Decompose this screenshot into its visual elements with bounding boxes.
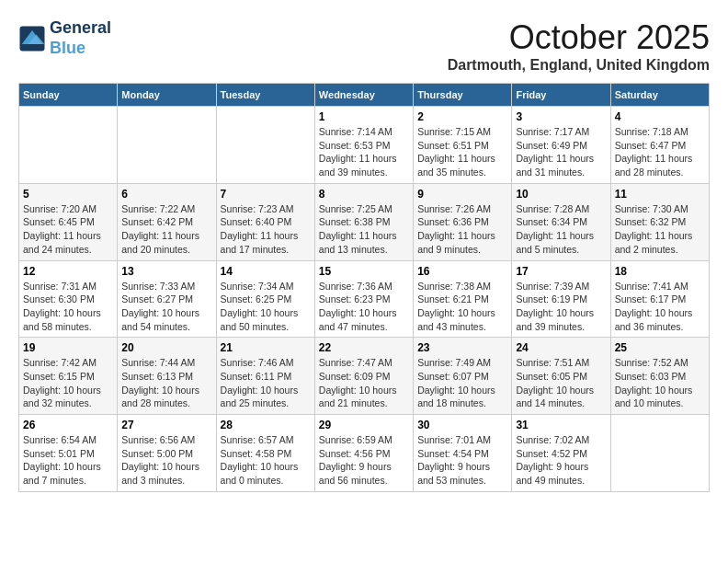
- day-info: Sunrise: 7:01 AM Sunset: 4:54 PM Dayligh…: [417, 433, 507, 488]
- day-number: 2: [417, 110, 507, 123]
- calendar-cell: 7Sunrise: 7:23 AM Sunset: 6:40 PM Daylig…: [216, 183, 314, 260]
- day-info: Sunrise: 7:41 AM Sunset: 6:17 PM Dayligh…: [615, 280, 705, 334]
- calendar-cell: 21Sunrise: 7:46 AM Sunset: 6:11 PM Dayli…: [216, 338, 314, 415]
- day-info: Sunrise: 6:57 AM Sunset: 4:58 PM Dayligh…: [221, 433, 311, 488]
- day-info: Sunrise: 7:42 AM Sunset: 6:15 PM Dayligh…: [23, 356, 113, 410]
- calendar-cell: 1Sunrise: 7:14 AM Sunset: 6:53 PM Daylig…: [314, 107, 413, 184]
- calendar-week-row: 1Sunrise: 7:14 AM Sunset: 6:53 PM Daylig…: [19, 107, 710, 184]
- day-info: Sunrise: 7:46 AM Sunset: 6:11 PM Dayligh…: [221, 356, 311, 410]
- calendar-cell: 8Sunrise: 7:25 AM Sunset: 6:38 PM Daylig…: [314, 183, 413, 260]
- calendar-week-row: 5Sunrise: 7:20 AM Sunset: 6:45 PM Daylig…: [19, 183, 710, 260]
- weekday-header-tuesday: Tuesday: [216, 84, 314, 107]
- day-info: Sunrise: 7:44 AM Sunset: 6:13 PM Dayligh…: [121, 356, 211, 410]
- day-number: 6: [121, 188, 211, 201]
- calendar-cell: 26Sunrise: 6:54 AM Sunset: 5:01 PM Dayli…: [19, 415, 118, 492]
- day-info: Sunrise: 7:28 AM Sunset: 6:34 PM Dayligh…: [516, 202, 606, 257]
- weekday-header-monday: Monday: [118, 84, 216, 107]
- day-info: Sunrise: 7:31 AM Sunset: 6:30 PM Dayligh…: [23, 280, 113, 334]
- day-info: Sunrise: 7:49 AM Sunset: 6:07 PM Dayligh…: [417, 356, 507, 410]
- day-number: 10: [516, 188, 606, 201]
- day-number: 5: [23, 188, 113, 201]
- calendar-cell: 29Sunrise: 6:59 AM Sunset: 4:56 PM Dayli…: [314, 415, 413, 492]
- day-number: 19: [23, 341, 113, 354]
- day-number: 28: [221, 419, 311, 431]
- day-info: Sunrise: 6:56 AM Sunset: 5:00 PM Dayligh…: [121, 433, 211, 488]
- calendar-cell: 5Sunrise: 7:20 AM Sunset: 6:45 PM Daylig…: [19, 183, 118, 260]
- weekday-header-saturday: Saturday: [610, 84, 709, 107]
- day-number: 24: [516, 341, 606, 354]
- calendar-cell: 30Sunrise: 7:01 AM Sunset: 4:54 PM Dayli…: [414, 415, 512, 492]
- day-info: Sunrise: 7:15 AM Sunset: 6:51 PM Dayligh…: [417, 125, 507, 179]
- calendar-week-row: 19Sunrise: 7:42 AM Sunset: 6:15 PM Dayli…: [19, 338, 710, 415]
- logo-line1: General: [50, 18, 111, 39]
- calendar-cell: 12Sunrise: 7:31 AM Sunset: 6:30 PM Dayli…: [19, 260, 118, 338]
- calendar-cell: 17Sunrise: 7:39 AM Sunset: 6:19 PM Dayli…: [512, 260, 610, 338]
- day-number: 13: [121, 265, 211, 278]
- day-number: 18: [615, 265, 705, 278]
- calendar-cell: 19Sunrise: 7:42 AM Sunset: 6:15 PM Dayli…: [19, 338, 118, 415]
- calendar-cell: 22Sunrise: 7:47 AM Sunset: 6:09 PM Dayli…: [314, 338, 413, 415]
- day-number: 21: [221, 341, 311, 354]
- calendar-cell: 31Sunrise: 7:02 AM Sunset: 4:52 PM Dayli…: [512, 415, 610, 492]
- calendar-week-row: 26Sunrise: 6:54 AM Sunset: 5:01 PM Dayli…: [19, 415, 710, 492]
- day-info: Sunrise: 7:33 AM Sunset: 6:27 PM Dayligh…: [121, 280, 211, 334]
- day-info: Sunrise: 6:54 AM Sunset: 5:01 PM Dayligh…: [23, 433, 113, 488]
- day-number: 25: [615, 341, 705, 354]
- calendar-cell: 20Sunrise: 7:44 AM Sunset: 6:13 PM Dayli…: [118, 338, 216, 415]
- day-number: 27: [121, 419, 211, 431]
- calendar-cell: 2Sunrise: 7:15 AM Sunset: 6:51 PM Daylig…: [414, 107, 512, 184]
- day-info: Sunrise: 7:38 AM Sunset: 6:21 PM Dayligh…: [417, 280, 507, 334]
- day-info: Sunrise: 6:59 AM Sunset: 4:56 PM Dayligh…: [319, 433, 409, 488]
- day-info: Sunrise: 7:36 AM Sunset: 6:23 PM Dayligh…: [319, 280, 409, 334]
- logo-line2: Blue: [50, 39, 111, 59]
- calendar-cell: 3Sunrise: 7:17 AM Sunset: 6:49 PM Daylig…: [512, 107, 610, 184]
- day-info: Sunrise: 7:17 AM Sunset: 6:49 PM Dayligh…: [516, 125, 606, 179]
- day-number: 3: [516, 110, 606, 123]
- day-info: Sunrise: 7:51 AM Sunset: 6:05 PM Dayligh…: [516, 356, 606, 410]
- day-number: 20: [121, 341, 211, 354]
- calendar-week-row: 12Sunrise: 7:31 AM Sunset: 6:30 PM Dayli…: [19, 260, 710, 338]
- day-number: 22: [319, 341, 409, 354]
- calendar-cell: 16Sunrise: 7:38 AM Sunset: 6:21 PM Dayli…: [414, 260, 512, 338]
- calendar-cell: [216, 107, 314, 184]
- calendar-cell: 23Sunrise: 7:49 AM Sunset: 6:07 PM Dayli…: [414, 338, 512, 415]
- day-info: Sunrise: 7:23 AM Sunset: 6:40 PM Dayligh…: [221, 202, 311, 257]
- day-info: Sunrise: 7:22 AM Sunset: 6:42 PM Dayligh…: [121, 202, 211, 257]
- calendar-cell: 27Sunrise: 6:56 AM Sunset: 5:00 PM Dayli…: [118, 415, 216, 492]
- weekday-header-thursday: Thursday: [414, 84, 512, 107]
- calendar-cell: 10Sunrise: 7:28 AM Sunset: 6:34 PM Dayli…: [512, 183, 610, 260]
- calendar-cell: 24Sunrise: 7:51 AM Sunset: 6:05 PM Dayli…: [512, 338, 610, 415]
- calendar-cell: 25Sunrise: 7:52 AM Sunset: 6:03 PM Dayli…: [610, 338, 709, 415]
- day-number: 12: [23, 265, 113, 278]
- day-number: 23: [417, 341, 507, 354]
- logo: General Blue: [18, 18, 111, 58]
- calendar-cell: [610, 415, 709, 492]
- day-info: Sunrise: 7:47 AM Sunset: 6:09 PM Dayligh…: [319, 356, 409, 410]
- weekday-header-friday: Friday: [512, 84, 610, 107]
- calendar-cell: 6Sunrise: 7:22 AM Sunset: 6:42 PM Daylig…: [118, 183, 216, 260]
- day-number: 9: [417, 188, 507, 201]
- day-number: 1: [319, 110, 409, 123]
- day-number: 4: [615, 110, 705, 123]
- day-info: Sunrise: 7:34 AM Sunset: 6:25 PM Dayligh…: [221, 280, 311, 334]
- day-info: Sunrise: 7:26 AM Sunset: 6:36 PM Dayligh…: [417, 202, 507, 257]
- day-number: 26: [23, 419, 113, 431]
- day-number: 29: [319, 419, 409, 431]
- calendar-cell: 15Sunrise: 7:36 AM Sunset: 6:23 PM Dayli…: [314, 260, 413, 338]
- day-number: 17: [516, 265, 606, 278]
- calendar-cell: 9Sunrise: 7:26 AM Sunset: 6:36 PM Daylig…: [414, 183, 512, 260]
- day-info: Sunrise: 7:20 AM Sunset: 6:45 PM Dayligh…: [23, 202, 113, 257]
- day-info: Sunrise: 7:52 AM Sunset: 6:03 PM Dayligh…: [615, 356, 705, 410]
- location-title: Dartmouth, England, United Kingdom: [448, 57, 710, 74]
- day-number: 14: [221, 265, 311, 278]
- day-info: Sunrise: 7:02 AM Sunset: 4:52 PM Dayligh…: [516, 433, 606, 488]
- day-info: Sunrise: 7:18 AM Sunset: 6:47 PM Dayligh…: [615, 125, 705, 179]
- month-title: October 2025: [448, 18, 710, 57]
- calendar-cell: [118, 107, 216, 184]
- calendar-cell: 28Sunrise: 6:57 AM Sunset: 4:58 PM Dayli…: [216, 415, 314, 492]
- day-info: Sunrise: 7:39 AM Sunset: 6:19 PM Dayligh…: [516, 280, 606, 334]
- logo-icon: [18, 25, 46, 52]
- day-number: 30: [417, 419, 507, 431]
- weekday-header-wednesday: Wednesday: [314, 84, 413, 107]
- day-number: 11: [615, 188, 705, 201]
